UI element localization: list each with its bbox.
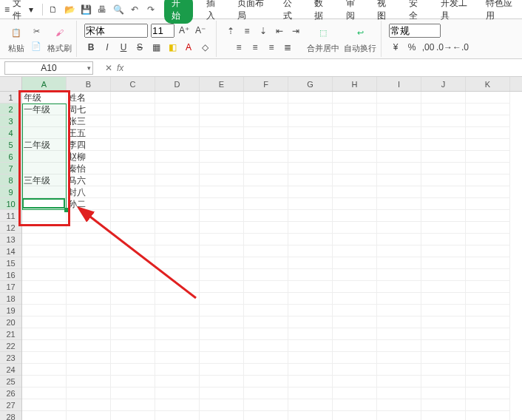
cell[interactable]	[244, 269, 288, 281]
cell[interactable]	[377, 115, 421, 127]
cell[interactable]: 三年级	[22, 175, 67, 186]
cell[interactable]	[333, 293, 377, 305]
cell[interactable]	[421, 186, 466, 198]
cell[interactable]	[200, 104, 244, 115]
cell[interactable]: 王五	[67, 127, 111, 139]
cell[interactable]	[155, 210, 200, 222]
cut-icon[interactable]: ✂	[30, 25, 43, 38]
row-header[interactable]: 21	[0, 328, 21, 340]
cell[interactable]	[200, 281, 244, 293]
bold-button[interactable]: B	[84, 41, 98, 54]
cell[interactable]	[288, 175, 333, 186]
cell[interactable]	[288, 163, 333, 175]
cell[interactable]	[333, 175, 377, 186]
cell[interactable]	[22, 399, 67, 411]
cell[interactable]: 周七	[67, 104, 111, 115]
cell[interactable]	[67, 234, 111, 245]
cell[interactable]	[67, 305, 111, 316]
row-header[interactable]: 25	[0, 376, 21, 387]
cell[interactable]	[288, 151, 333, 163]
cell[interactable]	[421, 139, 466, 151]
cell[interactable]	[466, 127, 510, 139]
decrease-decimal-icon[interactable]: ←.0	[454, 41, 467, 54]
cell[interactable]	[377, 281, 421, 293]
cell[interactable]	[244, 92, 288, 104]
cell[interactable]	[333, 352, 377, 364]
cell[interactable]	[288, 364, 333, 376]
align-left-icon[interactable]: ≡	[232, 41, 245, 54]
cell[interactable]	[421, 281, 466, 293]
cell[interactable]	[155, 104, 200, 115]
cell[interactable]	[67, 399, 111, 411]
row-header[interactable]: 7	[0, 163, 21, 175]
cell[interactable]	[466, 210, 510, 222]
cell[interactable]	[377, 328, 421, 340]
cell[interactable]: 张三	[67, 115, 111, 127]
cell[interactable]	[111, 340, 155, 352]
underline-button[interactable]: U	[117, 41, 130, 54]
cell[interactable]	[111, 316, 155, 328]
cell[interactable]	[67, 364, 111, 376]
cell[interactable]	[111, 163, 155, 175]
cell[interactable]	[333, 245, 377, 257]
cell[interactable]	[288, 127, 333, 139]
cell[interactable]	[377, 269, 421, 281]
cell[interactable]	[333, 222, 377, 234]
cell[interactable]	[111, 269, 155, 281]
paste-button[interactable]: 📋 粘贴	[7, 24, 25, 54]
cell[interactable]	[421, 352, 466, 364]
cell[interactable]	[466, 293, 510, 305]
cell[interactable]: 孙二	[67, 198, 111, 210]
cell[interactable]	[288, 376, 333, 387]
row-header[interactable]: 13	[0, 234, 21, 245]
cell[interactable]	[200, 151, 244, 163]
cell[interactable]	[466, 175, 510, 186]
cell[interactable]	[155, 340, 200, 352]
cell[interactable]	[155, 151, 200, 163]
cell[interactable]	[288, 411, 333, 420]
column-header[interactable]: B	[67, 77, 111, 91]
cell[interactable]	[155, 186, 200, 198]
column-header[interactable]: A	[22, 77, 67, 91]
strikethrough-button[interactable]: S	[133, 41, 146, 54]
cell[interactable]	[466, 151, 510, 163]
cell[interactable]	[67, 210, 111, 222]
border-button[interactable]: ▦	[149, 41, 163, 54]
cell[interactable]	[155, 257, 200, 269]
cell[interactable]	[111, 175, 155, 186]
row-header[interactable]: 10	[0, 198, 21, 210]
cancel-icon[interactable]: ✕	[105, 63, 112, 73]
cell[interactable]	[377, 257, 421, 269]
cell[interactable]	[421, 222, 466, 234]
row-header[interactable]: 4	[0, 127, 21, 139]
row-header[interactable]: 28	[0, 411, 21, 420]
merge-center-button[interactable]: ⬚ 合并居中	[307, 24, 339, 54]
cell[interactable]	[111, 411, 155, 420]
cell[interactable]	[155, 115, 200, 127]
cell[interactable]	[155, 305, 200, 316]
cell[interactable]	[288, 210, 333, 222]
cell[interactable]	[155, 234, 200, 245]
cell[interactable]	[155, 92, 200, 104]
cell[interactable]	[377, 163, 421, 175]
cell[interactable]	[111, 139, 155, 151]
cell[interactable]	[377, 175, 421, 186]
cell[interactable]	[288, 281, 333, 293]
cell[interactable]	[155, 269, 200, 281]
cell[interactable]	[244, 104, 288, 115]
cell[interactable]	[333, 104, 377, 115]
cell[interactable]	[333, 186, 377, 198]
cell[interactable]	[466, 186, 510, 198]
cell[interactable]	[466, 115, 510, 127]
cell[interactable]	[200, 328, 244, 340]
cell[interactable]	[111, 281, 155, 293]
cell[interactable]	[377, 198, 421, 210]
cell[interactable]	[155, 198, 200, 210]
cell[interactable]	[333, 163, 377, 175]
cell[interactable]	[288, 305, 333, 316]
cell[interactable]	[22, 115, 67, 127]
cell[interactable]	[288, 186, 333, 198]
cell[interactable]	[67, 411, 111, 420]
cell[interactable]	[333, 340, 377, 352]
column-header[interactable]: I	[377, 77, 421, 91]
